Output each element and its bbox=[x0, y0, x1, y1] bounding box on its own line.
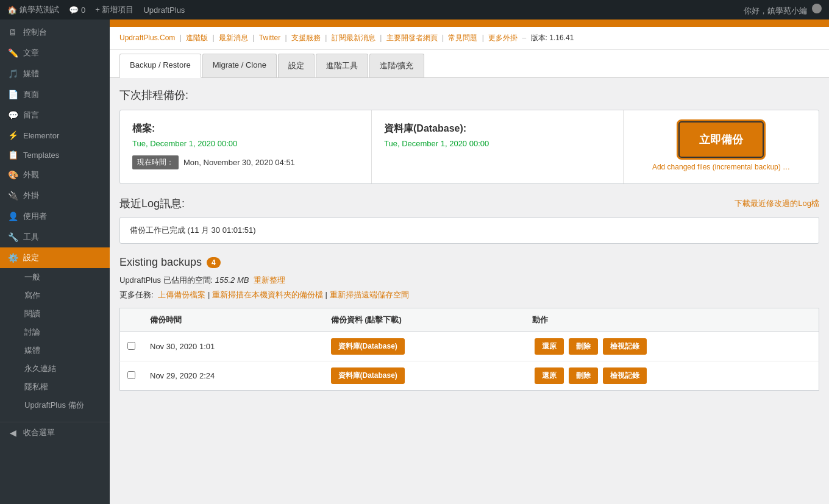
row2-restore-button[interactable]: 還原 bbox=[535, 367, 564, 384]
link-updraftplus[interactable]: UpdraftPlus.Com bbox=[119, 34, 175, 42]
next-backup-card: 檔案: Tue, December 1, 2020 00:00 現在時間： Mo… bbox=[119, 110, 819, 184]
row1-data: 資料庫(Database) bbox=[324, 332, 525, 361]
elementor-icon: ⚡ bbox=[7, 130, 18, 140]
sidebar-item-templates[interactable]: 📋 Templates bbox=[0, 145, 110, 165]
appearance-icon: 🎨 bbox=[7, 170, 18, 180]
sidebar-item-label: Templates bbox=[23, 151, 59, 160]
tabs-bar: Backup / Restore Migrate / Clone 設定 進階工具… bbox=[110, 50, 829, 78]
row1-db-badge[interactable]: 資料庫(Database) bbox=[331, 338, 405, 355]
sidebar-item-media[interactable]: 🎵 媒體 bbox=[0, 63, 110, 84]
link-developer[interactable]: 主要開發者網頁 bbox=[386, 34, 438, 42]
posts-icon: ✏️ bbox=[7, 48, 18, 58]
sidebar-item-label: Elementor bbox=[23, 131, 59, 140]
link-subscribe[interactable]: 訂閱最新消息 bbox=[332, 34, 375, 42]
sidebar-item-label: 留言 bbox=[23, 110, 39, 121]
db-date: Tue, December 1, 2020 00:00 bbox=[384, 139, 611, 148]
sidebar-item-appearance[interactable]: 🎨 外觀 bbox=[0, 165, 110, 185]
submenu-permalinks[interactable]: 永久連結 bbox=[0, 360, 110, 378]
sidebar-item-pages[interactable]: 📄 頁面 bbox=[0, 84, 110, 105]
tab-migrate-clone[interactable]: Migrate / Clone bbox=[202, 54, 277, 77]
sidebar-item-label: 控制台 bbox=[23, 27, 47, 38]
sidebar-item-tools[interactable]: 🔧 工具 bbox=[0, 227, 110, 247]
current-time-value: Mon, November 30, 2020 04:51 bbox=[183, 158, 295, 167]
sidebar-item-plugins[interactable]: 🔌 外掛 bbox=[0, 185, 110, 206]
tasks-info: 更多任務: 上傳備份檔案 | 重新掃描在本機資料夾的備份檔 | 重新掃描遠端儲存… bbox=[119, 289, 819, 300]
th-time: 備份時間 bbox=[143, 308, 324, 332]
existing-backups-header: Existing backups 4 bbox=[119, 256, 819, 269]
submenu-discussion[interactable]: 討論 bbox=[0, 323, 110, 341]
th-data: 備份資料 (點擊下載) bbox=[324, 308, 525, 332]
collapse-icon: ◀ bbox=[7, 428, 18, 438]
tab-advanced-tools[interactable]: 進階工具 bbox=[316, 54, 368, 77]
sidebar-item-posts[interactable]: ✏️ 文章 bbox=[0, 43, 110, 63]
row1-date: Nov 30, 2020 1:01 bbox=[143, 332, 324, 361]
tab-backup-restore[interactable]: Backup / Restore bbox=[119, 54, 201, 78]
link-support[interactable]: 支援服務 bbox=[291, 34, 321, 42]
table-row: Nov 29, 2020 2:24 資料庫(Database) 還原 刪除 檢視… bbox=[120, 361, 819, 391]
existing-backups-title: Existing backups bbox=[119, 256, 202, 269]
download-log-link[interactable]: 下載最近修改過的Log檔 bbox=[735, 198, 819, 209]
submenu-media[interactable]: 媒體 bbox=[0, 341, 110, 360]
sidebar-item-label: 外觀 bbox=[23, 169, 39, 180]
link-faq[interactable]: 常見問題 bbox=[448, 34, 477, 42]
row1-delete-button[interactable]: 刪除 bbox=[569, 338, 598, 355]
submenu-privacy[interactable]: 隱私權 bbox=[0, 378, 110, 396]
row2-data: 資料庫(Database) bbox=[324, 361, 525, 391]
greeting-text: 你好，鎮學苑小編 bbox=[744, 6, 807, 15]
adminbar-plugin[interactable]: UpdraftPlus bbox=[143, 5, 185, 15]
row2-delete-button[interactable]: 刪除 bbox=[569, 367, 598, 384]
sidebar-item-settings[interactable]: ⚙️ 設定 bbox=[0, 247, 110, 268]
task-rescan-remote-link[interactable]: 重新掃描遠端儲存空間 bbox=[330, 290, 409, 299]
link-advanced[interactable]: 進階版 bbox=[186, 34, 208, 42]
submenu-updraftplus[interactable]: UpdraftPlus 備份 bbox=[0, 396, 110, 414]
link-more-plugins[interactable]: 更多外掛 bbox=[488, 34, 518, 42]
row2-db-badge[interactable]: 資料庫(Database) bbox=[331, 367, 405, 384]
task-upload-link[interactable]: 上傳備份檔案 bbox=[158, 290, 205, 299]
plugins-icon: 🔌 bbox=[7, 191, 18, 201]
submenu-reading[interactable]: 閱讀 bbox=[0, 305, 110, 323]
row2-checkbox-cell bbox=[120, 361, 143, 391]
link-twitter[interactable]: Twitter bbox=[259, 34, 280, 42]
submenu-writing[interactable]: 寫作 bbox=[0, 286, 110, 305]
reorganize-link[interactable]: 重新整理 bbox=[254, 275, 285, 285]
row2-log-button[interactable]: 檢視記錄 bbox=[603, 367, 647, 384]
sidebar-item-label: 使用者 bbox=[23, 211, 47, 222]
adminbar-site[interactable]: 🏠 鎮學苑測試 bbox=[7, 4, 59, 15]
top-notice-bar bbox=[110, 20, 829, 27]
link-news[interactable]: 最新消息 bbox=[219, 34, 248, 42]
tab-settings[interactable]: 設定 bbox=[278, 54, 315, 77]
row2-checkbox[interactable] bbox=[127, 371, 135, 379]
settings-icon: ⚙️ bbox=[7, 253, 18, 263]
main-content: UpdraftPlus.Com | 進階版 | 最新消息 | Twitter |… bbox=[110, 20, 829, 504]
row1-checkbox[interactable] bbox=[127, 342, 135, 350]
plugin-links-bar: UpdraftPlus.Com | 進階版 | 最新消息 | Twitter |… bbox=[110, 27, 829, 50]
sidebar-item-label: 媒體 bbox=[23, 68, 39, 79]
backup-action-area: 立即備份 Add changed files (incremental back… bbox=[624, 110, 819, 183]
submenu-general[interactable]: 一般 bbox=[0, 268, 110, 286]
row1-checkbox-cell bbox=[120, 332, 143, 361]
sidebar-collapse[interactable]: ◀ 收合選單 bbox=[0, 422, 110, 443]
task-rescan-local-link[interactable]: 重新掃描在本機資料夾的備份檔 bbox=[212, 290, 323, 299]
backup-count-badge: 4 bbox=[207, 257, 221, 268]
content-area: 下次排程備份: 檔案: Tue, December 1, 2020 00:00 … bbox=[110, 78, 829, 400]
row1-log-button[interactable]: 檢視記錄 bbox=[603, 338, 647, 355]
log-title: 最近Log訊息: bbox=[119, 196, 185, 211]
users-icon: 👤 bbox=[7, 211, 18, 221]
sidebar-item-users[interactable]: 👤 使用者 bbox=[0, 206, 110, 227]
sidebar-item-comments[interactable]: 💬 留言 bbox=[0, 105, 110, 126]
adminbar-new[interactable]: + 新增項目 bbox=[95, 4, 133, 15]
row1-actions: 還原 刪除 檢視記錄 bbox=[525, 332, 819, 361]
adminbar-comments[interactable]: 💬 0 bbox=[69, 5, 85, 15]
row2-actions: 還原 刪除 檢視記錄 bbox=[525, 361, 819, 391]
tab-advanced-expand[interactable]: 進階/擴充 bbox=[369, 54, 424, 77]
row1-restore-button[interactable]: 還原 bbox=[535, 338, 564, 355]
incremental-backup-link[interactable]: Add changed files (incremental backup) … bbox=[652, 163, 790, 171]
backup-now-button[interactable]: 立即備份 bbox=[680, 122, 763, 157]
log-message-text: 備份工作已完成 (11 月 30 01:01:51) bbox=[130, 225, 256, 235]
sidebar-item-dashboard[interactable]: 🖥 控制台 bbox=[0, 22, 110, 43]
sidebar: 🖥 控制台 ✏️ 文章 🎵 媒體 📄 頁面 💬 留言 ⚡ Elementor bbox=[0, 20, 110, 504]
sidebar-item-elementor[interactable]: ⚡ Elementor bbox=[0, 126, 110, 145]
sidebar-item-label: 設定 bbox=[23, 252, 39, 263]
collapse-label: 收合選單 bbox=[23, 427, 55, 438]
db-label: 資料庫(Database): bbox=[384, 122, 611, 135]
